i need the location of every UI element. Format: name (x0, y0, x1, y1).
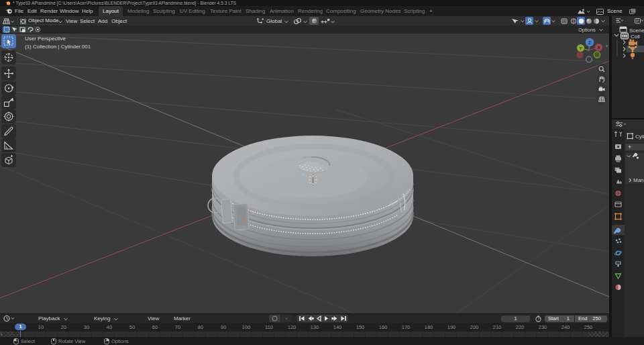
svg-text:X: X (597, 46, 600, 50)
svg-text:Coll: Coll (631, 34, 640, 40)
svg-text:Z: Z (588, 40, 591, 45)
svg-text:Y: Y (579, 46, 582, 50)
svg-text:+: + (628, 144, 631, 150)
svg-text:Scene C: Scene C (629, 28, 644, 34)
svg-text:Man: Man (633, 177, 644, 183)
svg-text:Cyli: Cyli (635, 134, 644, 140)
